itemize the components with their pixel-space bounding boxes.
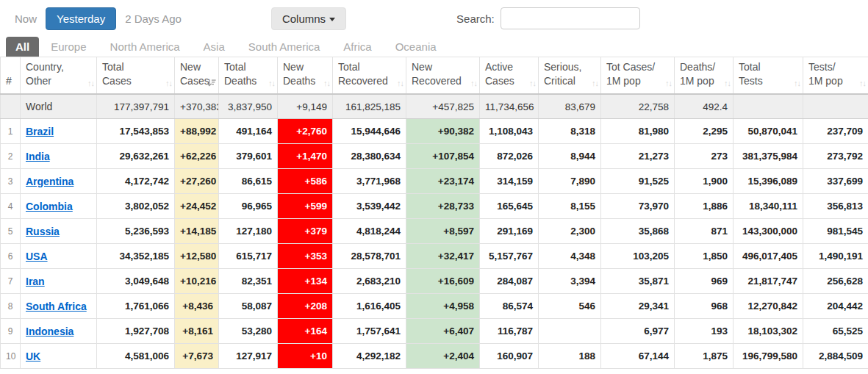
column-label: Country,Other — [26, 60, 92, 88]
serious_critical-cell: 4,348 — [539, 244, 601, 269]
column-header-active_cases[interactable]: ActiveCases↑↓ — [480, 57, 539, 94]
tot_cases_1m-cell: 29,341 — [601, 294, 675, 319]
now-button[interactable]: Now — [6, 8, 46, 29]
country-link[interactable]: Argentina — [26, 176, 73, 187]
column-header-new_recovered[interactable]: NewRecovered↑↓ — [406, 57, 480, 94]
tab-all[interactable]: All — [6, 37, 39, 57]
deaths_1m-cell: 968 — [675, 294, 734, 319]
active_cases-cell: 11,734,656 — [480, 94, 539, 119]
total_deaths-cell: 127,180 — [219, 219, 278, 244]
column-label: # — [6, 74, 15, 88]
deaths_1m-cell: 969 — [675, 269, 734, 294]
total_recovered-cell: 161,825,185 — [333, 94, 406, 119]
country-cell: Colombia — [21, 194, 97, 219]
country-link[interactable]: South Africa — [26, 301, 87, 312]
active_cases-cell: 165,645 — [480, 194, 539, 219]
tot_cases_1m-cell: 73,970 — [601, 194, 675, 219]
country-link[interactable]: USA — [26, 251, 48, 262]
total_cases-cell: 3,049,648 — [97, 269, 175, 294]
tab-oceania[interactable]: Oceania — [384, 37, 448, 57]
tab-asia[interactable]: Asia — [192, 37, 237, 57]
column-header-tests_1m[interactable]: Tests/1M pop↑↓ — [803, 57, 868, 94]
deaths_1m-cell: 1,900 — [675, 169, 734, 194]
active_cases-cell: 291,169 — [480, 219, 539, 244]
column-header-tot_cases_1m[interactable]: Tot Cases/1M pop↑↓ — [601, 57, 675, 94]
column-label: TotalTests — [739, 60, 798, 88]
country-cell: UK — [21, 344, 97, 369]
total_tests-cell: 12,270,842 — [734, 294, 803, 319]
column-label: Deaths/1M pop — [680, 60, 728, 88]
country-cell: Iran — [21, 269, 97, 294]
serious_critical-cell: 546 — [539, 294, 601, 319]
column-label: Tot Cases/1M pop — [606, 60, 670, 88]
rank-cell: 1 — [1, 119, 21, 144]
table-row: 1Brazil17,543,853+88,992491,164+2,76015,… — [1, 119, 868, 144]
sort-both-icon: ↑↓ — [165, 79, 172, 87]
new_deaths-cell: +353 — [278, 244, 333, 269]
active_cases-cell: 1,108,043 — [480, 119, 539, 144]
new_recovered-cell: +28,733 — [406, 194, 480, 219]
sort-desc-active-icon — [207, 78, 216, 87]
sort-both-icon: ↑↓ — [87, 79, 94, 87]
yesterday-button[interactable]: Yesterday — [46, 7, 116, 30]
country-link[interactable]: Colombia — [26, 201, 73, 212]
search-input[interactable] — [501, 7, 640, 29]
rank-cell: 2 — [1, 144, 21, 169]
serious_critical-cell: 83,679 — [539, 94, 601, 119]
column-header-deaths_1m[interactable]: Deaths/1M pop↑↓ — [675, 57, 734, 94]
table-row: 10UK4,581,006+7,673127,917+104,292,182+2… — [1, 344, 868, 369]
country-link[interactable]: Indonesia — [26, 326, 73, 337]
tot_cases_1m-cell: 91,525 — [601, 169, 675, 194]
serious_critical-cell: 8,318 — [539, 119, 601, 144]
country-cell: Brazil — [21, 119, 97, 144]
tab-africa[interactable]: Africa — [331, 37, 383, 57]
column-label: NewRecovered — [412, 60, 475, 88]
column-header-new_cases[interactable]: NewCases — [175, 57, 219, 94]
total_deaths-cell: 379,601 — [219, 144, 278, 169]
new_deaths-cell: +208 — [278, 294, 333, 319]
new_recovered-cell: +107,854 — [406, 144, 480, 169]
total_cases-cell: 34,352,185 — [97, 244, 175, 269]
tab-europe[interactable]: Europe — [39, 37, 98, 57]
country-link[interactable]: India — [26, 151, 50, 162]
tab-north-america[interactable]: North America — [98, 37, 192, 57]
tab-south-america[interactable]: South America — [237, 37, 332, 57]
column-header-country[interactable]: Country,Other↑↓ — [21, 57, 97, 94]
total_tests-cell: 21,817,747 — [734, 269, 803, 294]
column-header-total_deaths[interactable]: TotalDeaths↑↓ — [219, 57, 278, 94]
rank-cell: 6 — [1, 244, 21, 269]
column-label: Tests/1M pop — [808, 60, 864, 88]
rank-cell: 8 — [1, 294, 21, 319]
columns-dropdown-button[interactable]: Columns — [271, 7, 346, 30]
rank-cell: 7 — [1, 269, 21, 294]
country-link[interactable]: Iran — [26, 276, 45, 287]
caret-down-icon — [329, 18, 335, 21]
column-header-total_tests[interactable]: TotalTests↑↓ — [734, 57, 803, 94]
table-row: 4Colombia3,802,052+24,45296,965+5993,539… — [1, 194, 868, 219]
tests_1m-cell: 65,525 — [803, 319, 868, 344]
two-days-ago-button[interactable]: 2 Days Ago — [116, 8, 190, 29]
column-header-total_cases[interactable]: TotalCases↑↓ — [97, 57, 175, 94]
total_recovered-cell: 4,818,244 — [333, 219, 406, 244]
column-header-total_recovered[interactable]: TotalRecovered↑↓ — [333, 57, 406, 94]
tot_cases_1m-cell: 21,273 — [601, 144, 675, 169]
table-row: 2India29,632,261+62,226379,601+1,47028,3… — [1, 144, 868, 169]
new_cases-cell: +370,383 — [175, 94, 219, 119]
rank-cell: 10 — [1, 344, 21, 369]
column-header-serious_critical[interactable]: Serious,Critical↑↓ — [539, 57, 601, 94]
total_tests-cell: 381,375,984 — [734, 144, 803, 169]
new_deaths-cell: +586 — [278, 169, 333, 194]
country-link[interactable]: Brazil — [26, 126, 54, 137]
new_cases-cell: +8,436 — [175, 294, 219, 319]
rank-cell: 3 — [1, 169, 21, 194]
column-header-new_deaths[interactable]: NewDeaths↑↓ — [278, 57, 333, 94]
column-label: TotalCases — [102, 60, 170, 88]
country-link[interactable]: Russia — [26, 226, 60, 237]
world-total-row: World177,397,791+370,3833,837,950+9,1491… — [1, 94, 868, 119]
country-link[interactable]: UK — [26, 350, 40, 362]
tot_cases_1m-cell: 6,977 — [601, 319, 675, 344]
tot_cases_1m-cell: 103,205 — [601, 244, 675, 269]
total_recovered-cell: 28,578,701 — [333, 244, 406, 269]
serious_critical-cell: 3,394 — [539, 269, 601, 294]
serious_critical-cell: 2,300 — [539, 219, 601, 244]
